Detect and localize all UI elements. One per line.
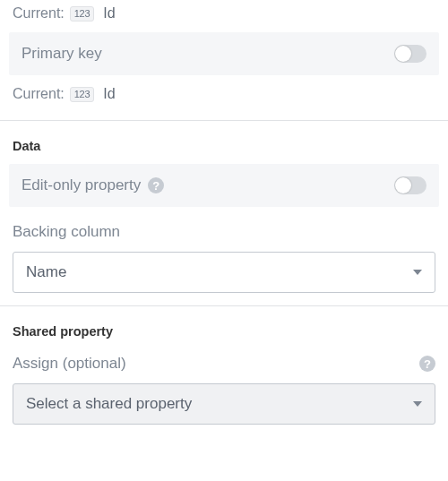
primary-key-toggle[interactable] [394, 45, 426, 63]
shared-property-placeholder: Select a shared property [26, 395, 192, 413]
edit-only-toggle[interactable] [394, 176, 426, 194]
current-primary-key-row: Current: 123 Id [0, 81, 448, 107]
current-label: Current: [13, 86, 65, 102]
shared-property-heading: Shared property [0, 319, 448, 344]
toggle-knob [395, 177, 411, 193]
primary-key-label: Primary key [22, 45, 102, 63]
current-column-name: Id [103, 5, 115, 21]
data-heading: Data [0, 133, 448, 159]
divider [0, 305, 448, 306]
backing-column-label: Backing column [13, 223, 120, 241]
current-display-key-row: Current: 123 Id [0, 0, 448, 27]
backing-column-select[interactable]: Name [13, 252, 435, 293]
divider [0, 120, 448, 121]
shared-property-select[interactable]: Select a shared property [13, 383, 435, 425]
edit-only-label: Edit-only property [22, 176, 141, 194]
help-icon[interactable]: ? [148, 177, 164, 193]
chevron-down-icon [413, 270, 422, 275]
number-type-icon: 123 [70, 6, 94, 21]
current-label: Current: [13, 5, 65, 21]
assign-label: Assign (optional) [13, 355, 126, 373]
backing-column-value: Name [26, 263, 66, 281]
chevron-down-icon [413, 401, 422, 407]
primary-key-toggle-row: Primary key [9, 32, 439, 75]
help-icon[interactable]: ? [419, 356, 435, 372]
edit-only-property-row: Edit-only property ? [9, 164, 439, 207]
current-column-name: Id [103, 86, 115, 102]
number-type-icon: 123 [70, 87, 94, 102]
toggle-knob [395, 46, 411, 62]
